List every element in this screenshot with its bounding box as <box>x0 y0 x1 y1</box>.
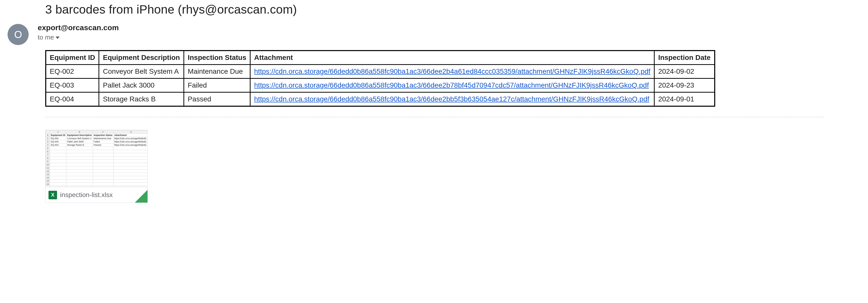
sender-avatar[interactable]: O <box>7 24 29 45</box>
cell-equipment-id: EQ-003 <box>46 79 99 92</box>
attachment-preview: A B C D 1 Equipment ID Equipment Descrip… <box>45 130 148 187</box>
recipient-dropdown[interactable]: to me <box>38 33 119 41</box>
attachment-filename: inspection-list.xlsx <box>60 191 113 199</box>
cell-inspection-status: Maintenance Due <box>184 65 250 79</box>
sender-address[interactable]: export@orcascan.com <box>38 23 119 32</box>
cell-equipment-id: EQ-004 <box>46 92 99 106</box>
attachment-link[interactable]: https://cdn.orca.storage/66dedd0b86a558f… <box>254 67 650 75</box>
cell-equipment-description: Pallet Jack 3000 <box>99 79 184 92</box>
chevron-down-icon <box>56 36 60 39</box>
section-divider <box>45 117 824 117</box>
excel-icon: X <box>49 191 57 199</box>
recipient-label: to me <box>38 33 54 41</box>
cell-inspection-status: Passed <box>184 92 250 106</box>
cell-inspection-status: Failed <box>184 79 250 92</box>
col-header-inspection-date: Inspection Date <box>654 51 715 65</box>
cell-equipment-id: EQ-002 <box>46 65 99 79</box>
attachment-link[interactable]: https://cdn.orca.storage/66dedd0b86a558f… <box>254 81 649 89</box>
cell-inspection-date: 2024-09-02 <box>654 65 715 79</box>
col-header-equipment-id: Equipment ID <box>46 51 99 65</box>
email-header: O export@orcascan.com to me <box>7 23 868 45</box>
attachment-link[interactable]: https://cdn.orca.storage/66dedd0b86a558f… <box>254 95 649 103</box>
inspection-table: Equipment ID Equipment Description Inspe… <box>45 50 715 107</box>
table-row: EQ-004 Storage Racks B Passed https://cd… <box>46 92 715 106</box>
cell-equipment-description: Storage Racks B <box>99 92 184 106</box>
dog-ear-icon <box>135 190 148 202</box>
table-row: EQ-002 Conveyor Belt System A Maintenanc… <box>46 65 715 79</box>
attachment-chip[interactable]: A B C D 1 Equipment ID Equipment Descrip… <box>45 130 148 203</box>
cell-equipment-description: Conveyor Belt System A <box>99 65 184 79</box>
cell-inspection-date: 2024-09-23 <box>654 79 715 92</box>
col-header-inspection-status: Inspection Status <box>184 51 250 65</box>
email-subject: 3 barcodes from iPhone (rhys@orcascan.co… <box>45 2 868 16</box>
col-header-attachment: Attachment <box>250 51 654 65</box>
col-header-equipment-description: Equipment Description <box>99 51 184 65</box>
table-row: EQ-003 Pallet Jack 3000 Failed https://c… <box>46 79 715 92</box>
cell-inspection-date: 2024-09-01 <box>654 92 715 106</box>
